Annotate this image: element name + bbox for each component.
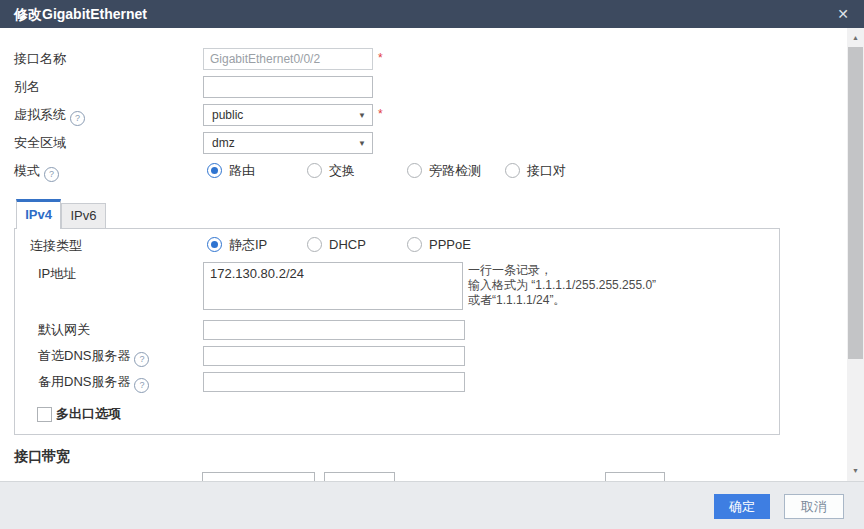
vertical-scrollbar[interactable]: ▲ ▼ [847, 28, 864, 481]
required-marker: * [378, 51, 386, 65]
chevron-down-icon: ▼ [358, 106, 366, 126]
chevron-down-icon: ▼ [358, 134, 366, 154]
alternate-dns-input[interactable] [203, 372, 465, 392]
mode-radio-route[interactable]: 路由 [207, 163, 255, 179]
ip-address-textarea[interactable]: 172.130.80.2/24 [203, 262, 463, 310]
ip-address-hint: 一行一条记录， 输入格式为 “1.1.1.1/255.255.255.0” 或者… [468, 263, 728, 308]
dialog-titlebar: 修改GigabitEthernet ✕ [0, 0, 864, 28]
edit-interface-dialog: 修改GigabitEthernet ✕ 接口名称 * 别名 虚拟系统? publ… [0, 0, 864, 529]
mode-radio-interface-pair[interactable]: 接口对 [505, 163, 566, 179]
preferred-dns-input[interactable] [203, 346, 465, 366]
default-gateway-label: 默认网关 [38, 320, 90, 340]
bandwidth-section-title: 接口带宽 [14, 448, 70, 466]
scroll-up-icon[interactable]: ▲ [847, 31, 864, 45]
ip-address-label: IP地址 [38, 263, 76, 285]
dialog-footer: 确定 取消 [0, 481, 864, 529]
mode-label: 模式? [14, 160, 59, 182]
alternate-dns-help-icon[interactable]: ? [134, 378, 149, 393]
security-zone-label: 安全区域 [14, 132, 66, 154]
cancel-button[interactable]: 取消 [784, 494, 844, 519]
connection-radio-dhcp[interactable]: DHCP [307, 237, 366, 253]
radio-icon [407, 163, 422, 178]
multi-exit-checkbox[interactable] [37, 407, 52, 422]
scrollbar-thumb[interactable] [848, 47, 863, 359]
radio-selected-icon [207, 163, 222, 178]
mode-radio-bypass-detect[interactable]: 旁路检测 [407, 163, 481, 179]
required-marker: * [378, 107, 386, 121]
virtual-system-value: public [212, 108, 243, 122]
connection-radio-pppoe[interactable]: PPPoE [407, 237, 471, 253]
radio-icon [407, 237, 422, 252]
preferred-dns-label: 首选DNS服务器? [38, 346, 149, 366]
connection-type-label: 连接类型 [30, 235, 82, 257]
alias-label: 别名 [14, 76, 40, 98]
virtual-system-select[interactable]: public ▼ [203, 104, 373, 126]
radio-icon [307, 163, 322, 178]
multi-exit-label: 多出口选项 [56, 405, 121, 423]
virtual-system-help-icon[interactable]: ? [70, 111, 85, 126]
interface-name-input [203, 48, 373, 70]
radio-icon [307, 237, 322, 252]
scroll-down-icon[interactable]: ▼ [847, 464, 864, 478]
close-icon[interactable]: ✕ [832, 0, 854, 28]
mode-help-icon[interactable]: ? [44, 167, 59, 182]
connection-radio-static-ip[interactable]: 静态IP [207, 237, 267, 253]
preferred-dns-help-icon[interactable]: ? [134, 352, 149, 367]
alias-input[interactable] [203, 76, 373, 98]
interface-name-label: 接口名称 [14, 48, 66, 70]
security-zone-value: dmz [212, 136, 235, 150]
default-gateway-input[interactable] [203, 320, 465, 340]
radio-selected-icon [207, 237, 222, 252]
tab-ipv4[interactable]: IPv4 [16, 199, 61, 229]
virtual-system-label: 虚拟系统? [14, 104, 85, 126]
mode-radio-switch[interactable]: 交换 [307, 163, 355, 179]
security-zone-select[interactable]: dmz ▼ [203, 132, 373, 154]
tab-ipv6[interactable]: IPv6 [61, 203, 106, 228]
alternate-dns-label: 备用DNS服务器? [38, 372, 149, 392]
dialog-title: 修改GigabitEthernet [14, 0, 147, 28]
radio-icon [505, 163, 520, 178]
ok-button[interactable]: 确定 [714, 494, 770, 519]
